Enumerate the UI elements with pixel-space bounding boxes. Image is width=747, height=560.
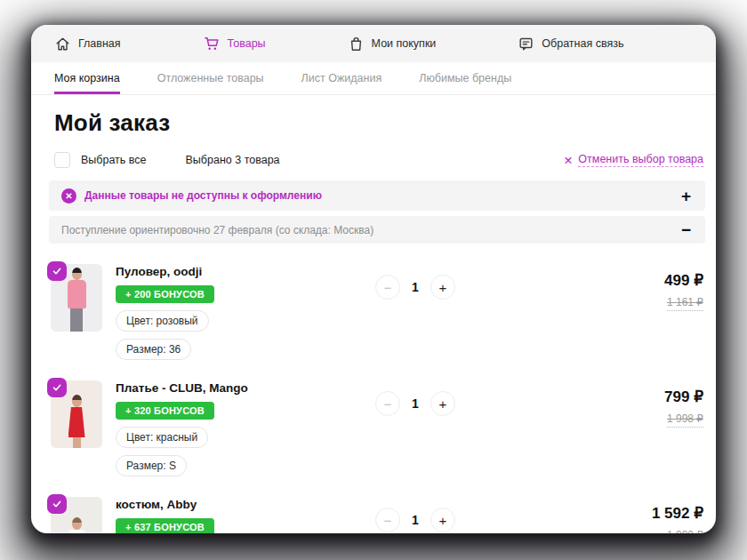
feedback-icon	[518, 36, 534, 52]
product-title: костюм, Abby	[116, 498, 375, 511]
product-image[interactable]	[51, 264, 102, 332]
product-image[interactable]	[51, 380, 102, 448]
tab-deferred[interactable]: Отложенные товары	[157, 62, 264, 94]
check-icon	[52, 499, 62, 509]
decrease-button[interactable]: −	[375, 508, 400, 532]
home-icon	[54, 36, 71, 52]
close-icon: ✕	[564, 154, 573, 167]
price-block: 1 592 ₽ 1 990 ₽	[652, 504, 703, 533]
price-block: 499 ₽ 1 161 ₽	[664, 271, 703, 311]
figure-bottom	[70, 308, 83, 332]
bag-icon	[348, 36, 365, 52]
unavailable-banner: ✕ Данные товары не доступны к оформлению…	[49, 180, 705, 211]
nav-item-label: Главная	[78, 37, 121, 50]
product-info: Пуловер, oodji + 200 БОНУСОВ Цвет: розов…	[116, 264, 375, 360]
old-price: 1 998 ₽	[667, 412, 703, 428]
decrease-button[interactable]: −	[375, 391, 400, 416]
old-price: 1 161 ₽	[667, 296, 703, 311]
current-price: 799 ₽	[664, 388, 703, 406]
cart-tabs: Моя корзина Отложенные товары Лист Ожида…	[31, 62, 716, 95]
increase-button[interactable]: +	[430, 391, 455, 416]
check-icon	[52, 382, 62, 393]
cancel-selection-link[interactable]: ✕ Отменить выбор товара	[564, 153, 703, 167]
arrival-banner: Поступление ориентировочно 27 февраля (с…	[49, 216, 705, 244]
decrease-button[interactable]: −	[375, 275, 400, 300]
increase-button[interactable]: +	[430, 275, 455, 300]
product-checkbox[interactable]	[47, 261, 67, 281]
nav-item-label: Обратная связь	[542, 37, 623, 50]
figure-head	[72, 268, 82, 280]
cart-window: Главная Товары Мои покупки Обратная связ…	[31, 25, 716, 533]
nav-item-label: Мои покупки	[372, 37, 437, 50]
current-price: 499 ₽	[664, 271, 703, 290]
quantity-value: 1	[412, 280, 419, 294]
color-pill: Цвет: красный	[116, 427, 208, 448]
select-all-checkbox[interactable]	[54, 152, 70, 168]
cart-icon	[203, 35, 221, 52]
selected-count: Выбрано 3 товара	[186, 154, 280, 166]
nav-item-purchases[interactable]: Мои покупки	[348, 36, 437, 52]
arrival-banner-text: Поступление ориентировочно 27 февраля (с…	[61, 224, 374, 236]
old-price: 1 990 ₽	[667, 529, 703, 533]
size-pill: Размер: 36	[116, 339, 191, 360]
unavailable-banner-text: Данные товары не доступны к оформлению	[84, 189, 322, 202]
quantity-stepper: − 1 +	[375, 391, 455, 416]
collapse-banner-button[interactable]: −	[679, 221, 693, 238]
bonus-badge: + 320 БОНУСОВ	[116, 402, 214, 420]
expand-banner-button[interactable]: +	[679, 188, 693, 204]
nav-item-feedback[interactable]: Обратная связь	[518, 36, 623, 52]
cart-content: Мой заказ Выбрать все Выбрано 3 товара ✕…	[31, 109, 716, 533]
select-all-label: Выбрать все	[81, 154, 147, 166]
nav-item-label: Товары	[228, 37, 266, 50]
product-checkbox[interactable]	[47, 378, 67, 397]
cancel-selection-label: Отменить выбор товара	[578, 153, 703, 167]
size-pill: Размер: S	[116, 455, 187, 476]
tab-waiting-list[interactable]: Лист Ожидания	[301, 62, 382, 94]
figure-bottom	[73, 437, 81, 448]
figure-top	[68, 407, 85, 437]
product-image[interactable]	[51, 497, 102, 533]
nav-item-home[interactable]: Главная	[54, 36, 121, 52]
error-circle-icon: ✕	[61, 188, 76, 204]
color-pill: Цвет: розовый	[116, 310, 209, 332]
product-checkbox[interactable]	[47, 494, 67, 514]
product-row: Платье - CLUB, Mango + 320 БОНУСОВ Цвет:…	[49, 369, 705, 476]
figure-head	[72, 395, 82, 407]
bonus-badge: + 200 БОНУСОВ	[116, 285, 214, 303]
bonus-badge: + 637 БОНУСОВ	[116, 518, 214, 533]
current-price: 1 592 ₽	[652, 504, 703, 523]
quantity-stepper: − 1 +	[375, 508, 455, 532]
quantity-value: 1	[412, 513, 419, 527]
figure-top	[68, 530, 85, 533]
nav-item-products[interactable]: Товары	[203, 35, 266, 52]
increase-button[interactable]: +	[430, 508, 455, 532]
figure-head	[72, 517, 82, 530]
product-row: костюм, Abby + 637 БОНУСОВ Цвет: белый, …	[49, 485, 705, 533]
product-info: Платье - CLUB, Mango + 320 БОНУСОВ Цвет:…	[116, 380, 375, 476]
selection-row: Выбрать все Выбрано 3 товара ✕ Отменить …	[54, 152, 705, 168]
quantity-value: 1	[412, 396, 419, 411]
product-title: Платье - CLUB, Mango	[116, 381, 375, 395]
price-block: 799 ₽ 1 998 ₽	[664, 388, 703, 428]
figure-top	[68, 280, 86, 308]
tab-my-cart[interactable]: Моя корзина	[54, 62, 120, 94]
check-icon	[52, 266, 62, 276]
page-title: Мой заказ	[54, 109, 705, 137]
top-nav: Главная Товары Мои покупки Обратная связ…	[31, 25, 716, 62]
quantity-stepper: − 1 +	[375, 275, 455, 300]
product-title: Пуловер, oodji	[116, 265, 375, 278]
product-info: костюм, Abby + 637 БОНУСОВ Цвет: белый, …	[116, 497, 375, 533]
product-row: Пуловер, oodji + 200 БОНУСОВ Цвет: розов…	[49, 252, 705, 360]
tab-favorite-brands[interactable]: Любимые бренды	[419, 62, 511, 94]
